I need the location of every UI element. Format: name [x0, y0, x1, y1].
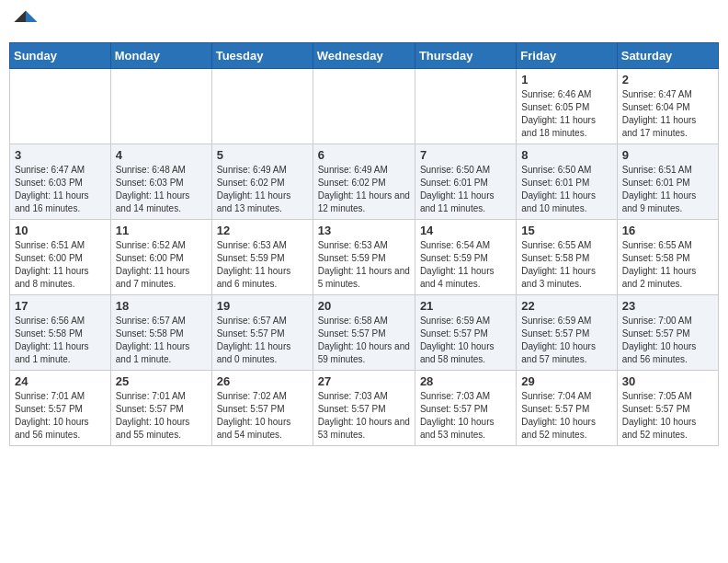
- day-info: Sunrise: 7:01 AM Sunset: 5:57 PM Dayligh…: [15, 390, 106, 442]
- calendar-cell: 19Sunrise: 6:57 AM Sunset: 5:57 PM Dayli…: [211, 295, 313, 371]
- calendar-cell: 17Sunrise: 6:56 AM Sunset: 5:58 PM Dayli…: [10, 295, 111, 371]
- calendar-header: SundayMondayTuesdayWednesdayThursdayFrid…: [10, 43, 719, 69]
- calendar-cell: [415, 69, 516, 144]
- day-info: Sunrise: 6:50 AM Sunset: 6:01 PM Dayligh…: [521, 164, 611, 215]
- calendar-cell: 4Sunrise: 6:48 AM Sunset: 6:03 PM Daylig…: [110, 144, 211, 220]
- day-number: 26: [217, 374, 308, 388]
- day-info: Sunrise: 6:55 AM Sunset: 5:58 PM Dayligh…: [622, 239, 713, 291]
- calendar-cell: 12Sunrise: 6:53 AM Sunset: 5:59 PM Dayli…: [211, 220, 313, 295]
- day-number: 10: [15, 224, 106, 237]
- calendar-cell: [313, 69, 415, 144]
- day-number: 22: [521, 299, 611, 313]
- weekday-header-row: SundayMondayTuesdayWednesdayThursdayFrid…: [10, 43, 719, 69]
- day-info: Sunrise: 6:47 AM Sunset: 6:04 PM Dayligh…: [622, 88, 713, 140]
- day-number: 8: [521, 148, 611, 162]
- week-row-2: 3Sunrise: 6:47 AM Sunset: 6:03 PM Daylig…: [10, 144, 719, 220]
- day-number: 27: [318, 374, 410, 388]
- day-info: Sunrise: 6:48 AM Sunset: 6:03 PM Dayligh…: [116, 164, 207, 215]
- day-number: 6: [318, 148, 410, 162]
- calendar-cell: 16Sunrise: 6:55 AM Sunset: 5:58 PM Dayli…: [617, 220, 718, 295]
- page-header: [9, 9, 719, 35]
- day-number: 7: [420, 148, 511, 162]
- day-info: Sunrise: 6:52 AM Sunset: 6:00 PM Dayligh…: [116, 239, 207, 291]
- calendar-cell: 10Sunrise: 6:51 AM Sunset: 6:00 PM Dayli…: [10, 220, 111, 295]
- weekday-header-monday: Monday: [110, 43, 211, 69]
- day-info: Sunrise: 7:05 AM Sunset: 5:57 PM Dayligh…: [622, 390, 713, 442]
- calendar-cell: 5Sunrise: 6:49 AM Sunset: 6:02 PM Daylig…: [211, 144, 313, 220]
- day-number: 21: [420, 299, 511, 313]
- calendar-cell: 2Sunrise: 6:47 AM Sunset: 6:04 PM Daylig…: [617, 69, 718, 144]
- day-info: Sunrise: 7:03 AM Sunset: 5:57 PM Dayligh…: [420, 390, 511, 442]
- day-number: 24: [15, 374, 106, 388]
- calendar-cell: 3Sunrise: 6:47 AM Sunset: 6:03 PM Daylig…: [10, 144, 111, 220]
- calendar-cell: 7Sunrise: 6:50 AM Sunset: 6:01 PM Daylig…: [415, 144, 516, 220]
- calendar-cell: 6Sunrise: 6:49 AM Sunset: 6:02 PM Daylig…: [313, 144, 415, 220]
- day-number: 20: [318, 299, 410, 313]
- day-info: Sunrise: 6:55 AM Sunset: 5:58 PM Dayligh…: [521, 239, 611, 291]
- calendar-cell: 26Sunrise: 7:02 AM Sunset: 5:57 PM Dayli…: [211, 371, 313, 446]
- weekday-header-saturday: Saturday: [617, 43, 718, 69]
- week-row-5: 24Sunrise: 7:01 AM Sunset: 5:57 PM Dayli…: [10, 371, 719, 446]
- calendar-cell: 27Sunrise: 7:03 AM Sunset: 5:57 PM Dayli…: [313, 371, 415, 446]
- day-info: Sunrise: 6:51 AM Sunset: 6:01 PM Dayligh…: [622, 164, 713, 215]
- day-info: Sunrise: 7:04 AM Sunset: 5:57 PM Dayligh…: [521, 390, 611, 442]
- day-number: 15: [521, 224, 611, 237]
- calendar-cell: 15Sunrise: 6:55 AM Sunset: 5:58 PM Dayli…: [517, 220, 617, 295]
- calendar-body: 1Sunrise: 6:46 AM Sunset: 6:05 PM Daylig…: [10, 69, 719, 446]
- day-number: 3: [15, 148, 106, 162]
- day-number: 1: [521, 73, 611, 86]
- calendar-cell: 23Sunrise: 7:00 AM Sunset: 5:57 PM Dayli…: [617, 295, 718, 371]
- day-info: Sunrise: 6:49 AM Sunset: 6:02 PM Dayligh…: [217, 164, 308, 215]
- day-info: Sunrise: 6:57 AM Sunset: 5:58 PM Dayligh…: [116, 315, 207, 366]
- day-number: 25: [116, 374, 207, 388]
- day-number: 13: [318, 224, 410, 237]
- day-info: Sunrise: 6:46 AM Sunset: 6:05 PM Dayligh…: [521, 88, 611, 140]
- calendar-cell: 13Sunrise: 6:53 AM Sunset: 5:59 PM Dayli…: [313, 220, 415, 295]
- day-info: Sunrise: 7:00 AM Sunset: 5:57 PM Dayligh…: [622, 315, 713, 366]
- calendar-cell: [211, 69, 313, 144]
- calendar-cell: 20Sunrise: 6:58 AM Sunset: 5:57 PM Dayli…: [313, 295, 415, 371]
- calendar-cell: 25Sunrise: 7:01 AM Sunset: 5:57 PM Dayli…: [110, 371, 211, 446]
- day-number: 5: [217, 148, 308, 162]
- logo-icon: [13, 9, 39, 35]
- calendar-cell: 30Sunrise: 7:05 AM Sunset: 5:57 PM Dayli…: [617, 371, 718, 446]
- day-info: Sunrise: 6:58 AM Sunset: 5:57 PM Dayligh…: [318, 315, 410, 366]
- calendar-cell: [10, 69, 111, 144]
- calendar-cell: 9Sunrise: 6:51 AM Sunset: 6:01 PM Daylig…: [617, 144, 718, 220]
- week-row-3: 10Sunrise: 6:51 AM Sunset: 6:00 PM Dayli…: [10, 220, 719, 295]
- day-number: 4: [116, 148, 207, 162]
- weekday-header-tuesday: Tuesday: [211, 43, 313, 69]
- day-info: Sunrise: 6:53 AM Sunset: 5:59 PM Dayligh…: [217, 239, 308, 291]
- calendar-cell: 14Sunrise: 6:54 AM Sunset: 5:59 PM Dayli…: [415, 220, 516, 295]
- day-info: Sunrise: 6:54 AM Sunset: 5:59 PM Dayligh…: [420, 239, 511, 291]
- day-number: 28: [420, 374, 511, 388]
- day-info: Sunrise: 6:56 AM Sunset: 5:58 PM Dayligh…: [15, 315, 106, 366]
- calendar-cell: 18Sunrise: 6:57 AM Sunset: 5:58 PM Dayli…: [110, 295, 211, 371]
- day-info: Sunrise: 7:03 AM Sunset: 5:57 PM Dayligh…: [318, 390, 410, 442]
- calendar-cell: 8Sunrise: 6:50 AM Sunset: 6:01 PM Daylig…: [517, 144, 617, 220]
- calendar-cell: 11Sunrise: 6:52 AM Sunset: 6:00 PM Dayli…: [110, 220, 211, 295]
- week-row-4: 17Sunrise: 6:56 AM Sunset: 5:58 PM Dayli…: [10, 295, 719, 371]
- day-number: 17: [15, 299, 106, 313]
- day-number: 18: [116, 299, 207, 313]
- calendar-cell: 24Sunrise: 7:01 AM Sunset: 5:57 PM Dayli…: [10, 371, 111, 446]
- day-number: 23: [622, 299, 713, 313]
- day-number: 9: [622, 148, 713, 162]
- day-number: 30: [622, 374, 713, 388]
- day-info: Sunrise: 6:57 AM Sunset: 5:57 PM Dayligh…: [217, 315, 308, 366]
- svg-marker-0: [26, 10, 38, 22]
- day-info: Sunrise: 7:01 AM Sunset: 5:57 PM Dayligh…: [116, 390, 207, 442]
- day-number: 16: [622, 224, 713, 237]
- day-info: Sunrise: 6:49 AM Sunset: 6:02 PM Dayligh…: [318, 164, 410, 215]
- day-info: Sunrise: 6:53 AM Sunset: 5:59 PM Dayligh…: [318, 239, 410, 291]
- weekday-header-thursday: Thursday: [415, 43, 516, 69]
- day-info: Sunrise: 6:50 AM Sunset: 6:01 PM Dayligh…: [420, 164, 511, 215]
- calendar-cell: 21Sunrise: 6:59 AM Sunset: 5:57 PM Dayli…: [415, 295, 516, 371]
- svg-marker-1: [14, 10, 26, 22]
- calendar-cell: 1Sunrise: 6:46 AM Sunset: 6:05 PM Daylig…: [517, 69, 617, 144]
- calendar-table: SundayMondayTuesdayWednesdayThursdayFrid…: [9, 42, 719, 446]
- calendar-cell: 29Sunrise: 7:04 AM Sunset: 5:57 PM Dayli…: [517, 371, 617, 446]
- day-number: 2: [622, 73, 713, 86]
- weekday-header-friday: Friday: [517, 43, 617, 69]
- day-number: 11: [116, 224, 207, 237]
